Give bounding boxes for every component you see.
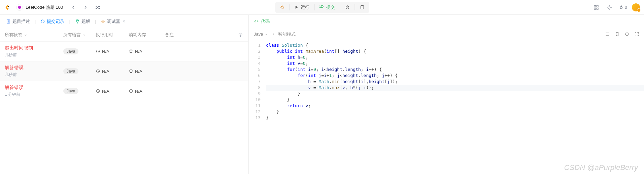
code-line[interactable]: } [266, 97, 644, 103]
svg-rect-3 [594, 5, 596, 7]
run-label: 运行 [301, 4, 309, 10]
code-line[interactable]: } [266, 91, 644, 97]
reset-button[interactable] [624, 32, 630, 37]
tab-debugger[interactable]: 调试器 × [98, 17, 128, 26]
tab-submissions[interactable]: 提交记录 [38, 17, 67, 26]
debug-button[interactable] [276, 3, 288, 12]
divider [354, 4, 355, 10]
submission-filters: 所有状态 所有语言 执行用时 消耗内存 备注 [0, 28, 248, 42]
tab-description[interactable]: 题目描述 [3, 17, 33, 26]
submission-lang: Java [63, 48, 96, 54]
tab-solutions[interactable]: 题解 [72, 17, 93, 26]
language-select[interactable]: Java [254, 32, 268, 37]
language-pill: Java [63, 88, 78, 94]
col-header-note: 备注 [165, 32, 243, 38]
close-icon[interactable]: × [123, 19, 125, 24]
submission-when: 1 分钟前 [5, 92, 63, 97]
submission-status: 超出时间限制几秒前 [5, 45, 63, 58]
code-editor[interactable]: 12345678910111213 class Solution { publi… [249, 40, 644, 174]
fullscreen-button[interactable] [634, 32, 639, 37]
main-split: 题目描述 | 提交记录 | 题解 | 调试器 × 所有状态 [0, 15, 644, 174]
code-line[interactable]: } [266, 115, 644, 121]
tab-divider: | [68, 19, 71, 24]
next-problem-button[interactable] [81, 3, 90, 12]
columns-settings-button[interactable] [238, 32, 243, 37]
tab-divider: | [34, 19, 36, 24]
problem-list-title: LeetCode 热题 100 [26, 4, 63, 10]
svg-rect-4 [597, 5, 598, 7]
language-pill: Java [63, 48, 78, 54]
filter-status-label: 所有状态 [5, 32, 22, 38]
left-pane: 题目描述 | 提交记录 | 题解 | 调试器 × 所有状态 [0, 15, 249, 174]
layout-button[interactable] [592, 3, 601, 12]
submit-button[interactable]: 提交 [316, 3, 338, 12]
leetcode-logo-icon[interactable] [4, 4, 10, 10]
submission-memory: N/A [129, 89, 165, 94]
submission-runtime: N/A [96, 49, 129, 54]
submission-when: 几秒前 [5, 52, 63, 58]
svg-point-0 [281, 6, 283, 8]
editor-actions [605, 32, 639, 37]
filter-status[interactable]: 所有状态 [5, 32, 63, 38]
run-submit-group: 运行 提交 [275, 2, 369, 13]
code-header: 代码 [249, 15, 644, 28]
streak-count: 0 [625, 5, 627, 10]
divider [289, 4, 290, 10]
language-label: Java [254, 32, 263, 37]
timer-button[interactable] [341, 3, 353, 12]
run-button[interactable]: 运行 [291, 3, 313, 12]
tab-submissions-label: 提交记录 [47, 18, 64, 25]
code-line[interactable]: class Solution { [266, 42, 644, 48]
tab-divider: | [94, 19, 97, 24]
shuffle-button[interactable] [93, 3, 102, 12]
svg-rect-12 [130, 50, 132, 53]
svg-point-7 [609, 7, 610, 8]
code-title-label: 代码 [261, 18, 270, 25]
editor-gutter: 12345678910111213 [249, 40, 264, 174]
code-title: 代码 [254, 18, 270, 25]
topbar-right: 0 [592, 3, 640, 12]
submission-row[interactable]: 解答错误1 分钟前JavaN/AN/A [0, 81, 248, 101]
code-line[interactable]: int h=0; [266, 54, 644, 60]
code-line[interactable]: h = Math.min(height[i],height[j]); [266, 79, 644, 85]
clock-icon [96, 69, 100, 74]
svg-point-10 [240, 34, 241, 36]
streak-indicator[interactable]: 0 [619, 5, 627, 10]
svg-rect-2 [361, 6, 364, 9]
filter-language-label: 所有语言 [63, 32, 81, 38]
code-line[interactable]: int v=0; [266, 60, 644, 67]
tab-description-label: 题目描述 [12, 18, 30, 25]
separator-dot: • [272, 32, 274, 37]
top-bar: LeetCode 热题 100 运行 提交 [0, 0, 644, 15]
code-line[interactable]: for(int i=0; i<height.length; i++) { [266, 67, 644, 73]
prev-problem-button[interactable] [69, 3, 78, 12]
clock-icon [96, 89, 100, 93]
col-header-note-label: 备注 [165, 32, 174, 38]
settings-button[interactable] [605, 3, 614, 12]
notes-button[interactable] [356, 3, 368, 12]
code-line[interactable]: } [266, 109, 644, 115]
svg-rect-14 [130, 70, 132, 73]
col-header-time-label: 执行用时 [96, 32, 113, 38]
col-header-memory: 消耗内存 [129, 32, 165, 38]
submit-label: 提交 [326, 4, 335, 10]
problem-list-selector[interactable]: LeetCode 热题 100 [13, 3, 66, 12]
code-toolbar: Java • 智能模式 [249, 28, 644, 40]
code-line[interactable]: public int maxArea(int[] height) { [266, 48, 644, 54]
submission-status-text: 超出时间限制 [5, 45, 63, 51]
format-button[interactable] [605, 32, 610, 37]
svg-rect-6 [597, 8, 598, 9]
bookmark-button[interactable] [615, 32, 620, 37]
svg-rect-16 [130, 90, 132, 92]
chip-icon [129, 69, 133, 74]
submission-row[interactable]: 解答错误几秒前JavaN/AN/A [0, 61, 248, 81]
code-line[interactable]: v = Math.max(v, h*(j-i)); [266, 85, 644, 91]
code-line[interactable]: for(int j=i+1; j<height.length; j++) { [266, 73, 644, 79]
code-line[interactable]: return v; [266, 103, 644, 109]
filter-language[interactable]: 所有语言 [63, 32, 96, 38]
user-avatar[interactable] [632, 3, 640, 11]
submission-row[interactable]: 超出时间限制几秒前JavaN/AN/A [0, 42, 248, 61]
topbar-left: LeetCode 热题 100 [4, 3, 102, 12]
list-badge-icon [16, 4, 23, 11]
editor-content[interactable]: class Solution { public int maxArea(int[… [264, 40, 644, 174]
